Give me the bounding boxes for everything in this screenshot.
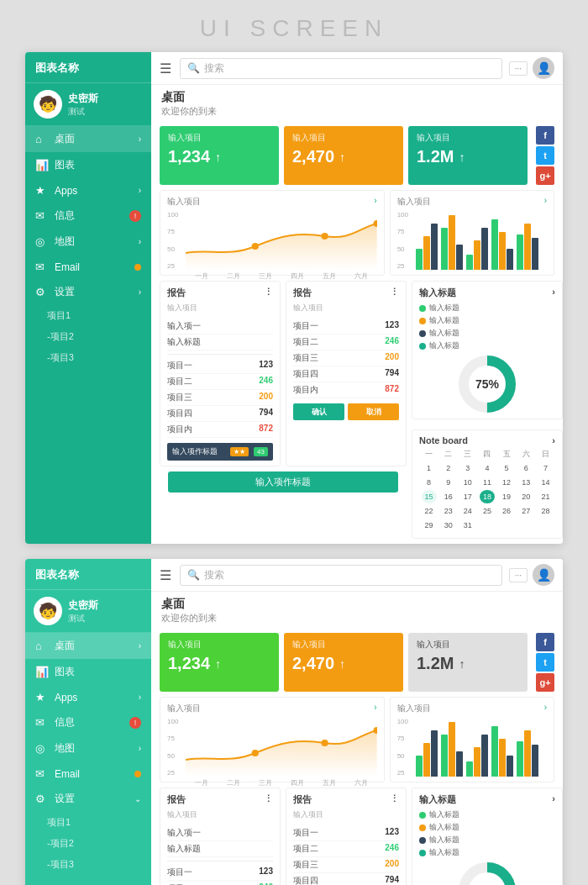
message-icon: ✉ <box>35 209 49 222</box>
sidebar-item-settings[interactable]: ⚙ 设置 › <box>25 279 151 305</box>
stat-card-2-3: 输入项目 1.2M ↑ <box>408 633 528 692</box>
input-title-panel: 输入标题 › 输入标题 输入标题 输入标题 输入标题 75% <box>412 281 563 419</box>
svg-point-0 <box>252 243 259 250</box>
chevron-right-icon: › <box>139 287 141 297</box>
left-panels-2: 报告 ⋮ 输入项目 输入项一 输入标题 项目一123 项目二246 项目三200… <box>160 788 407 885</box>
sidebar-nav-2: ⌂ 桌面 › 📊 图表 ★ Apps › ✉ 信息 ! ◎ 地图 › <box>25 633 151 875</box>
email-icon: ✉ <box>35 261 49 273</box>
search-placeholder-2: 搜索 <box>204 568 224 582</box>
topbar: ☰ 🔍 搜索 ··· 👤 <box>151 52 563 85</box>
report-footer-btns: 确认 取消 <box>293 403 399 420</box>
home-icon: ⌂ <box>35 133 49 145</box>
calendar-days-header: 一二三四五六日 <box>419 449 555 460</box>
user-info-2: 史密斯 测试 <box>68 598 98 624</box>
chevron-right-icon: › <box>139 693 141 702</box>
bar-chart-panel-2: 输入项目 › 100755025 <box>390 697 554 782</box>
donut-chart: 75% <box>419 355 555 414</box>
menu-icon[interactable]: ⋮ <box>264 287 273 299</box>
sidebar-2: 图表名称 🧒 史密斯 测试 ⌂ 桌面 › 📊 图表 ★ Apps › <box>25 559 151 885</box>
topbar-actions: ··· 👤 <box>509 57 554 79</box>
report-panel-2-2: 报告 ⋮ 输入项目 项目一123 项目二246 项目三200 项目四794 项目… <box>286 788 407 885</box>
sidebar-item-charts-2[interactable]: 📊 图表 <box>25 659 151 685</box>
right-col-2: 输入标题 › 输入标题 输入标题 输入标题 输入标题 75% <box>412 788 554 885</box>
line-chart-panel-2: 输入项目 › 100755025 <box>160 697 385 782</box>
googleplus-button[interactable]: g+ <box>536 166 554 185</box>
main-content-1: ☰ 🔍 搜索 ··· 👤 桌面 欢迎你的到来 输入项目 1,234 ↑ <box>151 52 563 544</box>
topbar-avatar-2[interactable]: 👤 <box>533 564 554 586</box>
star-icon: ★ <box>35 184 49 197</box>
sidebar-nav: ⌂ 桌面 › 📊 图表 ★ Apps › ✉ 信息 ! ◎ 地图 › <box>25 126 151 368</box>
charts-row-2: 输入项目 › 100755025 <box>151 697 563 788</box>
ui-panel-1: 图表名称 🧒 史密斯 测试 ⌂ 桌面 › 📊 图表 ★ Apps › <box>25 52 563 544</box>
cancel-button[interactable]: 取消 <box>348 403 399 420</box>
sidebar-item-messages[interactable]: ✉ 信息 ! <box>25 203 151 229</box>
sidebar-item-apps[interactable]: ★ Apps › <box>25 178 151 203</box>
chart-arrow-icon: › <box>374 196 376 208</box>
sidebar-sub-2-2[interactable]: -项目2 <box>25 833 151 854</box>
search-bar[interactable]: 🔍 搜索 <box>180 58 502 79</box>
twitter-button-2[interactable]: t <box>536 653 554 672</box>
chevron-down-icon: ⌄ <box>134 794 141 803</box>
sidebar-user: 🧒 史密斯 测试 <box>25 83 151 126</box>
bar-chart-2: 100755025 <box>397 718 547 777</box>
menu-icon[interactable]: ⋮ <box>390 287 399 299</box>
star-icon-2: ★ <box>35 691 49 703</box>
y-axis-2: 100755025 <box>167 718 178 777</box>
up-arrow-icon: ↑ <box>215 657 221 671</box>
right-col: 输入标题 › 输入标题 输入标题 输入标题 输入标题 75% <box>412 281 554 539</box>
chart-arrow-icon: › <box>544 196 547 208</box>
user-info: 史密斯 测试 <box>68 92 98 118</box>
cal-row: 891011121314 <box>419 476 555 489</box>
confirm-button[interactable]: 确认 <box>293 403 344 420</box>
left-panels: 报告 ⋮ 输入项目 输入项一 输入标题 项目一123 项目二246 项目三200… <box>160 281 407 539</box>
main-content-2: ☰ 🔍 搜索 ··· 👤 桌面 欢迎你的到来 输入项目 1,234 ↑ <box>151 559 563 885</box>
sidebar-item-email-2[interactable]: ✉ Email <box>25 761 151 786</box>
up-arrow-icon: ↑ <box>339 150 345 164</box>
sidebar-item-email[interactable]: ✉ Email <box>25 255 151 279</box>
social-buttons-2: f t g+ <box>536 633 554 692</box>
badge: ! <box>129 210 141 222</box>
sidebar-1: 图表名称 🧒 史密斯 测试 ⌂ 桌面 › 📊 图表 ★ Apps › <box>25 52 151 544</box>
report-bottom-bar: 输入项作标题 ★★ 43 <box>167 443 273 461</box>
social-buttons: f t g+ <box>536 126 554 185</box>
sidebar-item-desktop-2[interactable]: ⌂ 桌面 › <box>25 633 151 659</box>
facebook-button[interactable]: f <box>536 126 554 145</box>
hamburger-icon-2[interactable]: ☰ <box>160 567 171 583</box>
chart-icon: 📊 <box>35 159 49 171</box>
bar-chart: 100755025 <box>397 211 547 270</box>
menu-icon[interactable]: ⋮ <box>264 793 273 806</box>
sidebar-item-maps[interactable]: ◎ 地图 › <box>25 229 151 255</box>
search-bar-2[interactable]: 🔍 搜索 <box>180 565 502 586</box>
up-arrow-icon: ↑ <box>459 150 465 164</box>
sidebar-sub-2-3[interactable]: -项目3 <box>25 854 151 875</box>
chevron-right-icon: › <box>139 641 141 651</box>
y-axis-bar-2: 100755025 <box>397 718 408 777</box>
sidebar-item-apps-2[interactable]: ★ Apps › <box>25 685 151 709</box>
menu-icon[interactable]: ⋮ <box>390 793 399 806</box>
input-title-panel-2: 输入标题 › 输入标题 输入标题 输入标题 输入标题 75% <box>412 788 563 885</box>
stat-card-2-1: 输入项目 1,234 ↑ <box>160 633 279 692</box>
sidebar-sub-item-1[interactable]: 项目1 <box>25 305 151 326</box>
arrow-icon: › <box>552 287 555 299</box>
add-project-button[interactable]: 输入项作标题 <box>168 471 398 493</box>
facebook-button-2[interactable]: f <box>536 633 554 651</box>
hamburger-icon[interactable]: ☰ <box>160 61 171 76</box>
topbar-avatar[interactable]: 👤 <box>533 57 554 79</box>
googleplus-button-2[interactable]: g+ <box>536 673 554 692</box>
chevron-right-icon: › <box>139 744 141 753</box>
chart-svg-wrap-2 <box>186 718 377 777</box>
sidebar-item-maps-2[interactable]: ◎ 地图 › <box>25 735 151 761</box>
sidebar-item-messages-2[interactable]: ✉ 信息 ! <box>25 709 151 735</box>
topbar-action-btn[interactable]: ··· <box>509 61 528 76</box>
sidebar-sub-2-1[interactable]: 项目1 <box>25 812 151 833</box>
sidebar-item-desktop[interactable]: ⌂ 桌面 › <box>25 126 151 152</box>
x-axis: 一月二月三月四月五月六月 <box>186 271 377 281</box>
sidebar-item-charts[interactable]: 📊 图表 <box>25 152 151 178</box>
sidebar-sub-item-2[interactable]: -项目2 <box>25 326 151 347</box>
line-chart-panel: 输入项目 › 100755025 <box>160 190 385 276</box>
page-title: UI SCREEN <box>0 0 588 52</box>
sidebar-item-settings-2[interactable]: ⚙ 设置 ⌄ <box>25 786 151 812</box>
topbar-action-btn-2[interactable]: ··· <box>509 568 528 582</box>
twitter-button[interactable]: t <box>536 146 554 165</box>
sidebar-sub-item-3[interactable]: -项目3 <box>25 347 151 368</box>
